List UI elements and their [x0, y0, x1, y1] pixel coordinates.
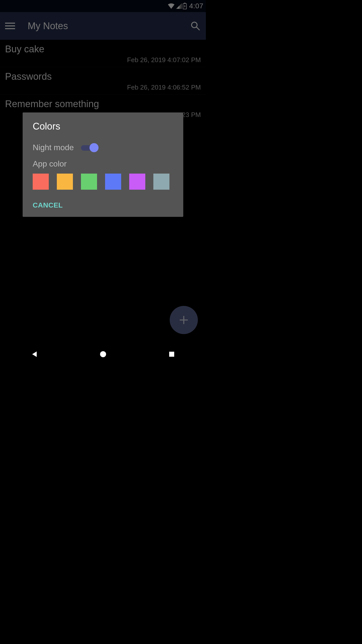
night-mode-switch[interactable] [81, 144, 97, 152]
cancel-button[interactable]: CANCEL [33, 201, 63, 209]
nav-back-button[interactable] [29, 349, 39, 359]
dialog-title: Colors [33, 121, 173, 132]
square-recents-icon [168, 351, 175, 357]
color-swatch-orange[interactable] [57, 174, 73, 190]
app-color-label: App color [33, 159, 173, 169]
nav-bar [0, 342, 206, 366]
circle-home-icon [100, 351, 107, 358]
triangle-back-icon [31, 350, 38, 358]
color-swatch-red[interactable] [33, 174, 49, 190]
colors-dialog: Colors Night mode App color CANCEL [23, 112, 183, 217]
color-swatch-blue[interactable] [105, 174, 121, 190]
color-swatch-purple[interactable] [129, 174, 145, 190]
color-swatches [33, 174, 173, 190]
night-mode-label: Night mode [33, 143, 74, 152]
nav-home-button[interactable] [98, 349, 108, 359]
dialog-actions: CANCEL [33, 201, 173, 209]
color-swatch-slate[interactable] [153, 174, 169, 190]
night-mode-row: Night mode [33, 143, 173, 152]
svg-rect-7 [169, 352, 174, 357]
nav-recents-button[interactable] [167, 349, 177, 359]
svg-point-6 [100, 351, 106, 357]
color-swatch-green[interactable] [81, 174, 97, 190]
switch-thumb [89, 143, 99, 152]
